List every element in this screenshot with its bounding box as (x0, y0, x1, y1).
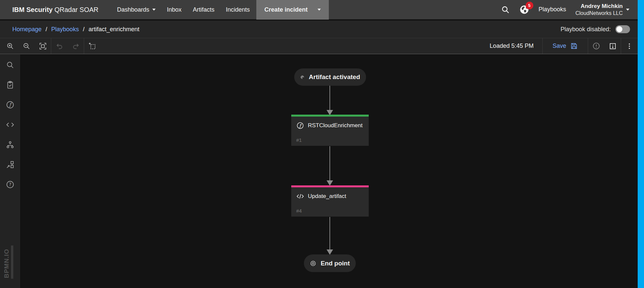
nav-item-artifacts[interactable]: Artifacts (193, 6, 214, 13)
nav-item-label: Inbox (167, 6, 182, 13)
loaded-status: Loaded 5:45 PM (481, 38, 542, 54)
redo-button[interactable] (67, 38, 84, 54)
nav-item-label: Incidents (226, 6, 250, 13)
validation-warnings-button[interactable] (588, 38, 604, 54)
user-org: CloudNetworks LLC (576, 10, 623, 16)
fingerprint-icon (300, 73, 305, 82)
arrowhead-icon (327, 110, 332, 115)
node-end-point[interactable]: End point (304, 254, 356, 272)
editor-toolbar: Loaded 5:45 PM Save (0, 38, 644, 54)
fit-view-icon (39, 42, 47, 50)
sub-playbook-tool-button[interactable] (6, 160, 15, 169)
sub-playbook-icon (6, 160, 15, 169)
node-header: Update_artifact (296, 192, 364, 200)
nav-menu: Dashboards Inbox Artifacts Incidents (117, 6, 250, 13)
nav-item-inbox[interactable]: Inbox (167, 6, 182, 13)
function-circle-icon: ƒ (6, 100, 15, 109)
nav-item-label: Dashboards (117, 6, 149, 13)
toolbar-right-group: Loaded 5:45 PM Save (481, 38, 637, 54)
svg-text:ƒ: ƒ (299, 123, 302, 128)
node-function-rstcloudenrichment[interactable]: ƒ RSTCloudEnrichment #1 (291, 115, 369, 146)
help-icon: ? (6, 180, 15, 189)
breadcrumb-bar: Homepage / Playbooks / artifact_enrichme… (0, 21, 644, 38)
details-panel-button[interactable] (604, 38, 621, 54)
node-label: Update_artifact (308, 193, 346, 200)
fit-view-button[interactable] (35, 38, 51, 54)
search-icon[interactable] (501, 5, 510, 14)
brand-security: Security (26, 6, 53, 13)
breadcrumb-current: artifact_enrichment (88, 26, 139, 33)
decision-tree-icon (6, 140, 15, 149)
bpmn-watermark-text: BPMN.IO (3, 249, 10, 278)
breadcrumb: Homepage / Playbooks / artifact_enrichme… (12, 26, 139, 33)
search-icon (6, 60, 15, 69)
node-label: End point (321, 260, 350, 267)
user-menu[interactable]: Andrey Michkin CloudNetworks LLC (576, 3, 629, 16)
decision-tool-button[interactable] (6, 140, 15, 149)
node-start-artifact-activated[interactable]: Artifact activated (294, 68, 366, 86)
svg-text:ƒ: ƒ (9, 102, 12, 108)
zoom-out-icon (23, 42, 31, 50)
create-incident-label: Create incident (264, 6, 308, 13)
code-icon (296, 192, 304, 200)
arrowhead-icon (327, 250, 332, 254)
chevron-down-icon (626, 9, 629, 11)
stop-icon (310, 259, 316, 268)
node-id-badge: #1 (296, 137, 364, 143)
undo-icon (56, 42, 64, 50)
breadcrumb-link-homepage[interactable]: Homepage (12, 26, 42, 33)
brand-product: QRadar SOAR (55, 6, 98, 13)
zoom-in-button[interactable] (2, 38, 18, 54)
help-button[interactable]: ? (6, 180, 15, 189)
playbook-disabled-toggle[interactable] (615, 25, 630, 33)
function-circle-icon: ƒ (296, 122, 304, 130)
node-label: Artifact activated (309, 73, 360, 81)
zoom-out-button[interactable] (18, 38, 35, 54)
node-header: ƒ RSTCloudEnrichment (296, 122, 364, 130)
breadcrumb-separator: / (83, 26, 84, 33)
bpmn-watermark: BPMN.IO (0, 241, 21, 281)
brand-logo[interactable]: IBM Security QRadar SOAR (12, 6, 98, 14)
chevron-down-icon[interactable] (318, 9, 321, 11)
create-incident-button[interactable]: Create incident (256, 0, 329, 20)
toolbar-left-group (0, 38, 100, 54)
save-button[interactable]: Save (543, 38, 588, 54)
node-label: RSTCloudEnrichment (308, 122, 362, 129)
redo-icon (72, 42, 80, 50)
nav-item-dashboards[interactable]: Dashboards (117, 6, 156, 13)
breadcrumb-separator: / (46, 26, 47, 33)
clipboard-check-icon (6, 80, 15, 89)
search-tool-button[interactable] (6, 60, 15, 69)
nav-right-group: 5 Playbooks Andrey Michkin CloudNetworks… (501, 3, 629, 16)
tasks-tool-button[interactable] (6, 80, 15, 89)
multi-select-icon (88, 42, 96, 50)
save-icon (570, 42, 578, 50)
functions-tool-button[interactable]: ƒ (6, 100, 15, 109)
chevron-down-icon (152, 9, 156, 11)
warning-icon (592, 42, 600, 50)
playbook-disabled-label: Playbook disabled: (561, 26, 611, 33)
multi-select-button[interactable] (84, 38, 100, 54)
code-icon (6, 120, 15, 129)
globe-notifications-icon[interactable]: 5 (519, 5, 529, 15)
nav-item-playbooks[interactable]: Playbooks (539, 6, 566, 13)
nav-item-incidents[interactable]: Incidents (226, 6, 250, 13)
undo-button[interactable] (51, 38, 67, 54)
overflow-menu-button[interactable] (621, 38, 637, 54)
playbook-disabled-group: Playbook disabled: (561, 25, 630, 33)
node-script-update-artifact[interactable]: Update_artifact #4 (291, 185, 369, 217)
bpmn-watermark-bar (11, 245, 13, 279)
zoom-in-icon (6, 42, 14, 50)
toggle-knob (616, 26, 622, 32)
node-id-badge: #4 (296, 208, 364, 214)
info-panel-icon (609, 42, 617, 50)
nav-item-label: Artifacts (193, 6, 214, 13)
scripts-tool-button[interactable] (6, 120, 15, 129)
top-navigation-bar: IBM Security QRadar SOAR Dashboards Inbo… (0, 0, 644, 20)
overflow-menu-icon (625, 42, 633, 50)
screen-edge-strip (638, 0, 644, 288)
playbook-canvas[interactable]: Artifact activated ƒ RSTCloudEnrichment … (21, 54, 644, 288)
notifications-badge: 5 (526, 2, 533, 9)
brand-ibm: IBM (12, 6, 25, 13)
breadcrumb-link-playbooks[interactable]: Playbooks (51, 26, 79, 33)
